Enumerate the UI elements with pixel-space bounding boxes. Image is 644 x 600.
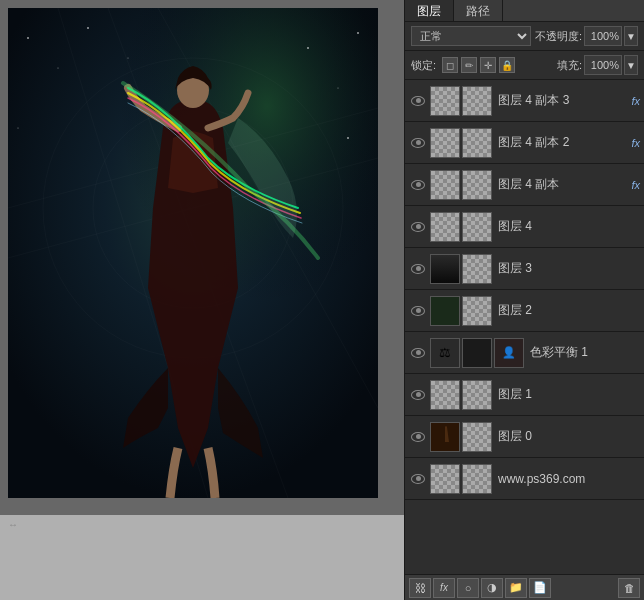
layer-row[interactable]: 图层 3 <box>405 248 644 290</box>
layer-name-label: 图层 4 副本 3 <box>498 92 627 109</box>
layer-name-label: 图层 2 <box>498 302 640 319</box>
layer-name-label: 色彩平衡 1 <box>530 344 640 361</box>
layer-secondary-thumb: 👤 <box>494 338 524 368</box>
layer-row[interactable]: 图层 4 副本fx <box>405 164 644 206</box>
tab-layers[interactable]: 图层 <box>405 0 454 21</box>
layer-row[interactable]: 图层 4 副本 3fx <box>405 80 644 122</box>
layer-visibility-toggle[interactable] <box>409 344 427 362</box>
opacity-input[interactable] <box>584 26 622 46</box>
svg-point-16 <box>18 128 19 129</box>
layer-thumb <box>430 254 460 284</box>
fill-input[interactable] <box>584 55 622 75</box>
eye-icon <box>411 264 425 274</box>
new-layer-btn[interactable]: 📄 <box>529 578 551 598</box>
adjustment-layer-btn[interactable]: ◑ <box>481 578 503 598</box>
link-layers-btn[interactable]: ⛓ <box>409 578 431 598</box>
layer-thumb <box>430 212 460 242</box>
layer-mask-thumb <box>462 422 492 452</box>
add-mask-btn[interactable]: ○ <box>457 578 479 598</box>
layer-row[interactable]: 图层 0 <box>405 416 644 458</box>
work-area: FE 444 ↔ 图层 路径 正常 不透明度: <box>0 0 644 600</box>
svg-point-10 <box>58 68 59 69</box>
eye-icon <box>411 222 425 232</box>
layer-mask-thumb <box>462 254 492 284</box>
layer-thumb-container <box>430 464 492 494</box>
opacity-control: 不透明度: ▼ <box>535 26 638 46</box>
lock-paint-btn[interactable]: ✏ <box>461 57 477 73</box>
layer-name-label: 图层 4 副本 2 <box>498 134 627 151</box>
layer-controls-lock-fill: 锁定: ◻ ✏ ✛ 🔒 填充: ▼ <box>405 51 644 80</box>
lock-all-btn[interactable]: 🔒 <box>499 57 515 73</box>
layer-thumb-container <box>430 254 492 284</box>
layer-thumb-container <box>430 212 492 242</box>
eye-icon <box>411 306 425 316</box>
layer-mask-thumb <box>462 296 492 326</box>
layer-thumb-container <box>430 380 492 410</box>
layer-controls-blend-opacity: 正常 不透明度: ▼ <box>405 22 644 51</box>
layer-thumb <box>430 464 460 494</box>
svg-point-12 <box>128 58 129 59</box>
layer-name-label: 图层 0 <box>498 428 640 445</box>
fill-control: 填充: ▼ <box>557 55 638 75</box>
layer-visibility-toggle[interactable] <box>409 428 427 446</box>
eye-icon <box>411 138 425 148</box>
layer-style-btn[interactable]: fx <box>433 578 455 598</box>
eye-icon <box>411 432 425 442</box>
layer-visibility-toggle[interactable] <box>409 92 427 110</box>
lock-transparent-btn[interactable]: ◻ <box>442 57 458 73</box>
eye-icon <box>411 474 425 484</box>
layer-thumb <box>430 86 460 116</box>
layer-visibility-toggle[interactable] <box>409 134 427 152</box>
layer-row[interactable]: 图层 1 <box>405 374 644 416</box>
layer-visibility-toggle[interactable] <box>409 176 427 194</box>
panel-bottom-toolbar: ⛓ fx ○ ◑ 📁 📄 🗑 <box>405 574 644 600</box>
svg-point-17 <box>347 137 349 139</box>
layer-visibility-toggle[interactable] <box>409 386 427 404</box>
resize-handle: ↔ <box>8 519 18 530</box>
fill-arrow[interactable]: ▼ <box>624 55 638 75</box>
layer-adjustment-icon: ⚖ <box>430 338 460 368</box>
layer-visibility-toggle[interactable] <box>409 218 427 236</box>
new-group-btn[interactable]: 📁 <box>505 578 527 598</box>
layer-visibility-toggle[interactable] <box>409 470 427 488</box>
eye-icon <box>411 180 425 190</box>
layer-thumb <box>430 380 460 410</box>
lock-position-btn[interactable]: ✛ <box>480 57 496 73</box>
layer-name-label: 图层 4 副本 <box>498 176 627 193</box>
layer-row[interactable]: 图层 2 <box>405 290 644 332</box>
layer-visibility-toggle[interactable] <box>409 302 427 320</box>
layers-list[interactable]: 图层 4 副本 3fx图层 4 副本 2fx图层 4 副本fx图层 4图层 3图… <box>405 80 644 574</box>
app-container: FE 444 ↔ 图层 路径 正常 不透明度: <box>0 0 644 600</box>
layer-mask-thumb <box>462 128 492 158</box>
layer-row[interactable]: 图层 4 <box>405 206 644 248</box>
tab-paths[interactable]: 路径 <box>454 0 503 21</box>
layer-fx-badge: fx <box>631 137 640 149</box>
delete-layer-btn[interactable]: 🗑 <box>618 578 640 598</box>
svg-point-9 <box>27 37 29 39</box>
panel-tabs: 图层 路径 <box>405 0 644 22</box>
layer-fx-badge: fx <box>631 95 640 107</box>
opacity-arrow[interactable]: ▼ <box>624 26 638 46</box>
layer-row[interactable]: ⚖👤色彩平衡 1 <box>405 332 644 374</box>
layer-thumb-container: ⚖👤 <box>430 338 524 368</box>
blend-mode-select[interactable]: 正常 <box>411 26 531 46</box>
layer-thumb-container <box>430 422 492 452</box>
layer-mask-thumb <box>462 338 492 368</box>
layer-thumb-container <box>430 170 492 200</box>
svg-rect-19 <box>431 296 459 326</box>
lock-icons: ◻ ✏ ✛ 🔒 <box>442 57 515 73</box>
layer-visibility-toggle[interactable] <box>409 260 427 278</box>
layer-thumb-container <box>430 128 492 158</box>
svg-point-14 <box>338 88 339 89</box>
layer-name-label: 图层 3 <box>498 260 640 277</box>
layer-mask-thumb <box>462 170 492 200</box>
layer-thumb <box>430 296 460 326</box>
layer-row[interactable]: 图层 4 副本 2fx <box>405 122 644 164</box>
layer-mask-thumb <box>462 212 492 242</box>
canvas-area[interactable]: FE 444 ↔ <box>0 0 404 600</box>
eye-icon <box>411 348 425 358</box>
layer-mask-thumb <box>462 86 492 116</box>
layer-row[interactable]: www.ps369.com <box>405 458 644 500</box>
fill-label: 填充: <box>557 58 582 73</box>
layer-thumb-container <box>430 296 492 326</box>
